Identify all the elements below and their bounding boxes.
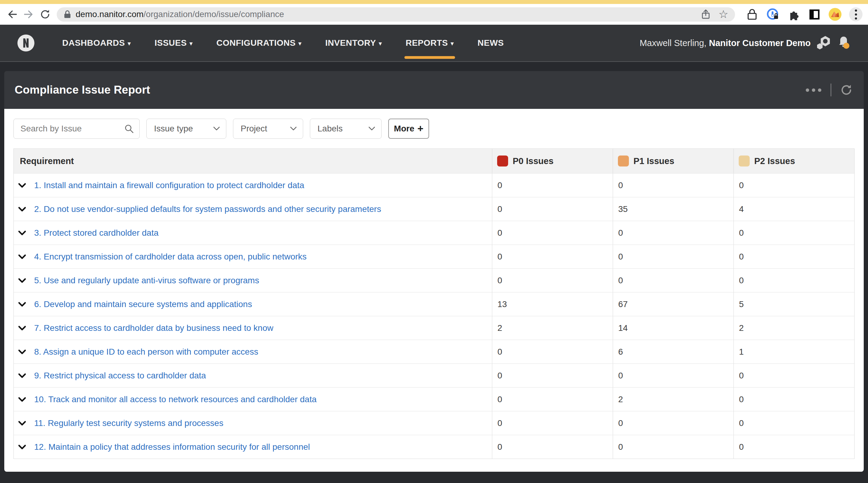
labels-dropdown[interactable]: Labels (310, 119, 381, 139)
nav-item-reports[interactable]: REPORTS▾ (406, 25, 454, 61)
caret-down-icon: ▾ (189, 40, 192, 47)
p1-count: 14 (613, 316, 734, 340)
p2-count: 4 (734, 197, 854, 221)
chevron-down-icon (213, 127, 220, 131)
row-expand-chevron-icon[interactable] (18, 349, 26, 355)
fox-avatar-icon (829, 8, 841, 21)
table-row: 5. Use and regularly update anti-virus s… (14, 268, 854, 292)
divider (831, 84, 831, 96)
app-navbar: DASHBOARDS▾ ISSUES▾ CONFIGURATIONS▾ INVE… (0, 25, 868, 62)
row-expand-chevron-icon[interactable] (18, 325, 26, 331)
search-input[interactable] (21, 124, 124, 134)
requirement-link[interactable]: 11. Regularly test security systems and … (34, 418, 223, 428)
p2-count: 2 (734, 316, 854, 340)
p0-count: 0 (492, 388, 613, 411)
p1-count: 0 (613, 411, 734, 435)
lock-extension-icon[interactable] (745, 8, 759, 21)
p0-color-swatch (497, 156, 508, 166)
caret-down-icon: ▾ (379, 40, 382, 47)
row-expand-chevron-icon[interactable] (18, 301, 26, 307)
password-manager-extension-icon[interactable] (766, 8, 780, 21)
row-expand-chevron-icon[interactable] (18, 397, 26, 402)
browser-forward-button[interactable] (22, 8, 35, 21)
search-icon[interactable] (124, 124, 134, 134)
row-expand-chevron-icon[interactable] (18, 373, 26, 378)
p0-count: 0 (492, 197, 613, 221)
report-options-ellipsis-button[interactable] (805, 85, 823, 95)
theme-extension-icon[interactable] (808, 8, 821, 21)
issue-type-dropdown[interactable]: Issue type (146, 119, 226, 139)
p2-count: 0 (734, 388, 854, 411)
nav-item-inventory[interactable]: INVENTORY▾ (326, 25, 382, 61)
table-row: 9. Restrict physical access to cardholde… (14, 363, 854, 387)
row-expand-chevron-icon[interactable] (18, 230, 26, 236)
requirement-link[interactable]: 4. Encrypt transmission of cardholder da… (34, 252, 307, 262)
requirement-link[interactable]: 2. Do not use vendor-supplied defaults f… (34, 204, 381, 214)
requirement-link[interactable]: 6. Develop and maintain secure systems a… (34, 299, 252, 309)
chevron-down-icon (290, 127, 297, 131)
p0-count: 0 (492, 245, 613, 268)
p0-count: 0 (492, 411, 613, 435)
site-info-lock-icon[interactable] (63, 10, 71, 19)
page-title: Compliance Issue Report (14, 84, 150, 96)
refresh-icon[interactable] (839, 83, 854, 97)
notifications-bell-icon[interactable] (836, 36, 851, 50)
table-header-row: Requirement P0 Issues P1 Issues P2 Issue… (14, 149, 854, 173)
p1-count: 0 (613, 245, 734, 268)
compliance-table: Requirement P0 Issues P1 Issues P2 Issue… (13, 149, 855, 459)
caret-down-icon: ▾ (128, 40, 131, 47)
url-text: demo.nanitor.com/organization/demo/issue… (75, 9, 284, 19)
row-expand-chevron-icon[interactable] (18, 254, 26, 259)
p0-count: 0 (492, 340, 613, 363)
requirement-link[interactable]: 10. Track and monitor all access to netw… (34, 394, 317, 404)
nav-item-issues[interactable]: ISSUES▾ (155, 25, 193, 61)
p1-count: 0 (613, 364, 734, 387)
caret-down-icon: ▾ (451, 40, 454, 47)
bookmark-star-icon[interactable]: ☆ (718, 9, 728, 20)
requirement-link[interactable]: 8. Assign a unique ID to each person wit… (34, 347, 258, 357)
share-icon[interactable] (701, 9, 711, 20)
requirement-link[interactable]: 9. Restrict physical access to cardholde… (34, 371, 206, 381)
requirement-link[interactable]: 1. Install and maintain a firewall confi… (34, 181, 304, 190)
p0-count: 0 (492, 269, 613, 292)
more-filters-button[interactable]: More + (388, 119, 429, 139)
extensions-puzzle-icon[interactable] (787, 8, 800, 21)
requirement-link[interactable]: 3. Protect stored cardholder data (34, 228, 159, 238)
nav-item-configurations[interactable]: CONFIGURATIONS▾ (216, 25, 301, 61)
requirement-link[interactable]: 7. Restrict access to cardholder data by… (34, 323, 273, 333)
browser-menu-button[interactable] (849, 8, 863, 21)
p0-count: 0 (492, 173, 613, 197)
row-expand-chevron-icon[interactable] (18, 183, 26, 188)
requirement-link[interactable]: 12. Maintain a policy that addresses inf… (34, 442, 310, 452)
main-menu: DASHBOARDS▾ ISSUES▾ CONFIGURATIONS▾ INVE… (62, 25, 504, 61)
p1-count: 67 (613, 292, 734, 316)
browser-back-button[interactable] (5, 8, 19, 21)
row-expand-chevron-icon[interactable] (18, 444, 26, 450)
requirement-column-header: Requirement (14, 149, 492, 173)
requirement-link[interactable]: 5. Use and regularly update anti-virus s… (34, 276, 259, 285)
p1-count: 0 (613, 435, 734, 459)
notification-badge (843, 43, 849, 49)
user-menu[interactable]: Maxwell Sterling, Nanitor Customer Demo (640, 38, 811, 48)
p0-count: 13 (492, 292, 613, 316)
table-row: 2. Do not use vendor-supplied defaults f… (14, 197, 854, 221)
organization-settings-icon[interactable] (815, 35, 831, 51)
browser-profile-avatar[interactable] (828, 8, 842, 21)
p2-column-header: P2 Issues (734, 149, 854, 173)
p1-count: 2 (613, 388, 734, 411)
project-dropdown[interactable]: Project (233, 119, 303, 139)
table-row: 1. Install and maintain a firewall confi… (14, 173, 854, 197)
filters-bar: Issue type Project Labels More + (13, 119, 855, 139)
nav-item-dashboards[interactable]: DASHBOARDS▾ (62, 25, 131, 61)
nanitor-logo-icon[interactable] (17, 34, 35, 52)
row-expand-chevron-icon[interactable] (18, 206, 26, 212)
row-expand-chevron-icon[interactable] (18, 420, 26, 426)
p2-count: 0 (734, 269, 854, 292)
row-expand-chevron-icon[interactable] (18, 278, 26, 283)
p1-count: 0 (613, 269, 734, 292)
nav-item-news[interactable]: NEWS (477, 25, 504, 61)
address-bar[interactable]: demo.nanitor.com/organization/demo/issue… (57, 7, 735, 22)
p1-count: 6 (613, 340, 734, 363)
browser-reload-button[interactable] (38, 8, 52, 21)
table-row: 3. Protect stored cardholder data 0 0 0 (14, 221, 854, 245)
